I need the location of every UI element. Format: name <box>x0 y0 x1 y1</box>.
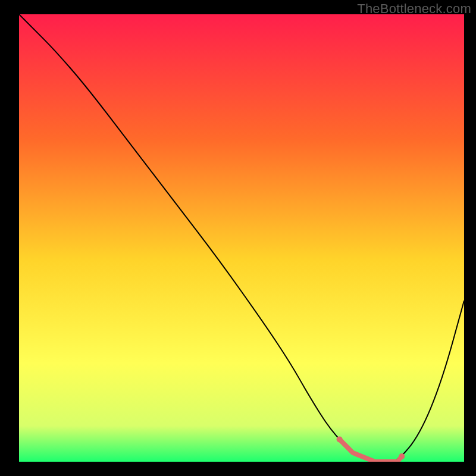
plot-area <box>19 14 464 462</box>
chart-svg <box>19 14 464 462</box>
highlight-dot-left <box>337 436 343 442</box>
chart-frame: TheBottleneck.com <box>0 0 476 476</box>
highlight-dot-right <box>399 453 405 459</box>
watermark-text: TheBottleneck.com <box>357 1 471 17</box>
gradient-background <box>19 14 464 462</box>
